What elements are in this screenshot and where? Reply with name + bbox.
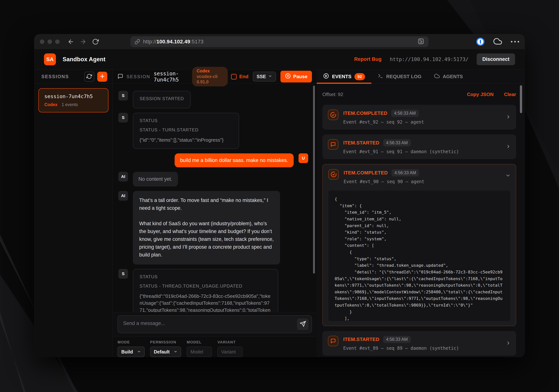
chat-row-system: S STATUS STATUS - TURN.STARTED {"id":"0"… [118,113,308,149]
refresh-sessions-button[interactable] [84,72,94,82]
onepassword-icon[interactable] [476,38,484,46]
model-label: MODEL [187,340,212,344]
terminal-icon [378,73,383,80]
session-chat-icon [118,73,123,80]
server-url: http://100.94.102.49:5173/ [390,56,469,62]
event-subtitle: Event #evt_92 — seq 92 — agent [343,119,424,125]
event-type: ITEM.COMPLETED [344,170,388,176]
assistant-avatar: AI [118,191,128,201]
zoom-window-button[interactable] [55,39,60,44]
session-provider: Codex [44,102,57,107]
cloud-sync-icon[interactable] [494,37,502,46]
event-type: ITEM.COMPLETED [343,110,387,116]
event-subtitle: Event #evt_90 — seq 90 — agent [344,179,424,184]
end-session-toggle[interactable]: End [231,74,248,80]
close-window-button[interactable] [40,39,44,44]
event-subtitle: Event #evt_89 — seq 89 — daemon (synthet… [343,346,459,351]
status-event-card: STATUS STATUS - TURN.STARTED {"id":"0","… [133,113,239,149]
copy-json-button[interactable]: Copy JSON [467,92,494,97]
url-text: http://100.94.102.49:5173 [143,39,204,45]
event-time: 4:56:33 AM [391,110,419,117]
clear-events-button[interactable]: Clear [504,92,516,97]
chevron-right-icon[interactable] [506,114,511,120]
event-row[interactable]: ITEM.STARTED 4:56:33 AM Event #evt_91 — … [322,134,516,159]
app-header: SA Sandbox Agent Report Bug http://100.9… [34,49,525,70]
chevron-right-icon[interactable] [506,340,511,346]
app-title: Sandbox Agent [63,56,105,63]
chevron-down-icon [268,74,272,79]
session-panel: SESSION session-7un4c7h5 Codex vcodex-cl… [113,70,317,357]
report-bug-link[interactable]: Report Bug [354,56,382,62]
end-label: End [239,74,248,80]
minimize-window-button[interactable] [47,39,52,44]
app-logo: SA [44,53,56,65]
chevron-down-icon [174,349,177,355]
event-row-expanded[interactable]: ITEM.COMPLETED 4:56:33 AM Event #evt_90 … [322,164,516,326]
chat-row-assistant: AI That’s a tall order. To move fast and… [118,191,308,265]
plus-icon [99,73,105,80]
chat-message-list: S SESSION STARTED S STATUS STATUS - TURN… [113,84,317,312]
system-event-card: SESSION STARTED [133,91,191,108]
system-avatar: S [118,269,128,279]
reader-settings-icon[interactable] [417,38,424,46]
event-subtitle: Event #evt_91 — seq 91 — daemon (synthet… [343,149,459,154]
send-button[interactable] [297,319,308,330]
provider-badge: Codex vcodex-cli 0.91.0 [192,67,228,87]
chat-scrollbar[interactable] [313,86,315,274]
event-row[interactable]: ITEM.STARTED 4:56:33 AM Event #evt_89 — … [322,331,516,356]
overflow-menu-icon[interactable] [511,41,519,43]
disconnect-button[interactable]: Disconnect [477,53,515,65]
events-list-container: Offset: 92 Copy JSON Clear [317,84,525,357]
chevron-down-icon[interactable] [505,173,511,179]
events-tabbar: EVENTS 92 REQUEST LOG AGENTS [317,70,525,84]
reload-icon[interactable] [92,38,99,45]
end-checkbox[interactable] [231,74,237,80]
sessions-sidebar: SESSIONS session-7un4c7h5 [34,70,113,357]
event-type: ITEM.STARTED [343,337,379,342]
link-icon [135,39,140,45]
check-circle-icon [328,110,338,120]
back-icon[interactable] [67,38,74,45]
session-list-item[interactable]: session-7un4c7h5 Codex 1 events [38,88,108,112]
traffic-lights[interactable] [40,39,60,44]
message-input[interactable] [118,315,312,333]
chat-bubble-icon [328,336,338,346]
event-time: 4:56:33 AM [391,169,419,177]
system-avatar: S [118,91,128,100]
events-offset: Offset: 92 [322,92,343,97]
variant-input[interactable]: Variant [217,347,242,357]
play-circle-icon [323,73,329,80]
mode-select[interactable]: Build [118,347,145,357]
tab-request-log[interactable]: REQUEST LOG [371,70,428,84]
permission-select[interactable]: Default [150,347,181,357]
composer-options: MODE Build PERMISSION Default MODEL Mode [113,337,317,357]
address-bar[interactable]: http://100.94.102.49:5173 [130,36,429,47]
model-input[interactable]: Model [187,347,212,357]
session-id: session-7un4c7h5 [154,71,189,83]
events-scrollbar[interactable] [520,85,522,113]
sessions-title: SESSIONS [41,74,69,79]
permission-label: PERMISSION [150,340,181,344]
event-time: 4:56:33 AM [383,139,411,146]
tab-agents[interactable]: AGENTS [428,70,469,84]
chevron-right-icon[interactable] [506,144,511,150]
chat-row-system: S SESSION STARTED [118,91,308,108]
chat-row-user: build me a billion dollar saas. make no … [118,153,308,167]
session-label: SESSION [127,74,150,79]
event-row[interactable]: ITEM.COMPLETED 4:56:33 AM Event #evt_92 … [322,105,516,130]
events-count-badge: 92 [354,73,365,80]
event-time: 4:56:33 AM [383,336,411,343]
forward-icon[interactable] [80,38,86,45]
assistant-message-bubble: That’s a tall order. To move fast and “m… [133,191,280,265]
assistant-avatar: AI [118,172,128,181]
variant-label: VARIANT [217,340,242,344]
events-panel: EVENTS 92 REQUEST LOG AGENTS [317,70,525,357]
tab-events[interactable]: EVENTS 92 [317,70,371,84]
user-message-bubble: build me a billion dollar saas. make no … [175,153,294,167]
user-avatar: U [298,153,308,163]
new-session-button[interactable] [97,72,107,82]
event-type: ITEM.STARTED [343,140,379,146]
transport-select[interactable]: SSE [253,72,276,81]
chat-bubble-icon [328,139,338,150]
pause-button[interactable]: Pause [280,71,312,82]
